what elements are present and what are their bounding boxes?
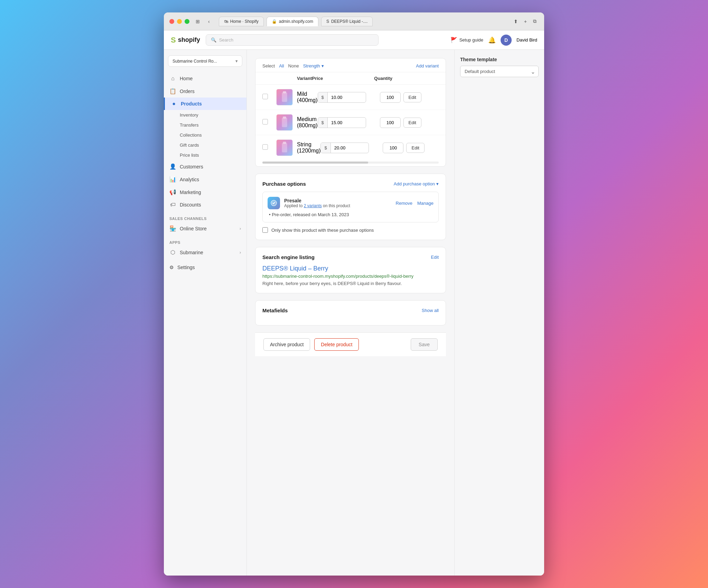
save-button[interactable]: Save [411,338,438,351]
row1-checkbox[interactable] [262,94,276,101]
tab-product[interactable]: S DEEPS® Liquid -.... [321,17,373,26]
none-button[interactable]: None [288,63,299,68]
row3-quantity: Edit [383,143,435,153]
row2-image [276,114,297,131]
sidebar-subitem-inventory-label: Inventory [180,112,198,118]
presale-card: Presale Applied to 2 variants on this pr… [262,192,439,222]
remove-presale-button[interactable]: Remove [396,201,412,206]
presale-variants-link[interactable]: 2 variants [304,203,322,208]
show-all-metafields-button[interactable]: Show all [422,308,439,313]
row3-checkbox[interactable] [262,144,276,151]
sidebar-item-products[interactable]: ● Products [164,98,246,110]
tab-admin[interactable]: 🔒 admin.shopify.com [267,17,318,26]
main-content: Select All None Strength ▾ Add variant V… [247,50,454,576]
purchase-options-title: Purchase options [262,181,306,187]
row1-qty-input[interactable] [380,92,401,103]
add-variant-button[interactable]: Add variant [416,63,439,68]
variant-thumbnail [276,139,293,156]
row3-name: String (1200mg) [297,141,320,154]
sidebar-toggle-button[interactable]: ⊞ [194,17,202,26]
nav-actions: 🚩 Setup guide 🔔 D David Bird [450,35,537,46]
row2-checkbox[interactable] [262,119,276,126]
tab-home[interactable]: 🛍 Home · Shopify [219,17,264,26]
titlebar-actions: ⬆ + ⧉ [512,17,539,26]
manage-presale-button[interactable]: Manage [417,201,434,206]
setup-guide[interactable]: 🚩 Setup guide [450,37,483,43]
sidebar-subitem-inventory[interactable]: Inventory [164,110,246,120]
sidebar: Submarine Control Ro... ▾ ⌂ Home 📋 Order… [164,50,247,576]
bottom-bar: Archive product Delete product Save [255,332,446,356]
seo-card: Search engine listing Edit DEEPS® Liquid… [255,247,446,293]
close-button[interactable] [169,19,174,24]
only-show-checkbox[interactable] [262,227,268,233]
seo-title-label: Search engine listing [262,254,315,260]
tabs-overview-button[interactable]: ⧉ [531,17,539,26]
avatar-initials: D [504,37,508,43]
row3-price-input[interactable] [331,143,362,153]
sidebar-item-submarine-label: Submarine [180,250,203,255]
sidebar-item-discounts[interactable]: 🏷 Discounts [164,199,246,211]
add-purchase-option-button[interactable]: Add purchase option ▾ [394,181,439,186]
row2-price: $ [318,117,380,128]
svg-rect-1 [282,93,287,102]
template-select[interactable]: Default product Custom product [460,66,539,77]
new-tab-button[interactable]: + [522,17,529,26]
tab-admin-icon: 🔒 [272,19,277,24]
svg-rect-5 [283,117,286,119]
sidebar-subitem-price-lists[interactable]: Price lists [164,150,246,160]
seo-edit-button[interactable]: Edit [431,255,439,260]
search-icon: 🔍 [211,37,216,43]
marketing-icon: 📢 [169,189,176,195]
row3-edit-button[interactable]: Edit [406,143,424,153]
user-name: David Bird [516,37,537,43]
seo-content: Search engine listing Edit DEEPS® Liquid… [255,247,446,293]
store-selector[interactable]: Submarine Control Ro... ▾ [168,55,242,67]
browser-window: ⊞ ‹ 🛍 Home · Shopify 🔒 admin.shopify.com… [164,12,544,576]
all-button[interactable]: All [279,63,284,68]
dropdown-arrow-icon: ▾ [436,181,439,186]
row2-price-input[interactable] [328,118,359,128]
row1-price-input[interactable] [328,92,359,102]
store-icon: 🏪 [169,225,176,232]
minimize-button[interactable] [177,19,182,24]
strength-filter-button[interactable]: Strength ▾ [303,63,324,68]
archive-product-button[interactable]: Archive product [263,338,310,351]
analytics-icon: 📊 [169,176,176,183]
row1-image [276,89,297,105]
setup-guide-label: Setup guide [459,37,483,43]
row1-edit-button[interactable]: Edit [403,92,421,102]
notifications-button[interactable]: 🔔 [488,36,496,44]
sidebar-item-orders[interactable]: 📋 Orders [164,85,246,98]
avatar: D [501,35,512,46]
sidebar-item-online-store[interactable]: 🏪 Online Store › [164,222,246,235]
sidebar-item-customers[interactable]: 👤 Customers [164,160,246,173]
row2-qty-input[interactable] [380,117,401,128]
search-bar[interactable]: 🔍 Search [206,34,379,46]
purchase-options-card: Purchase options Add purchase option ▾ [255,174,446,240]
seo-page-title: DEEPS® Liquid – Berry [262,265,439,272]
row3-qty-input[interactable] [383,143,403,153]
sidebar-subitem-gift-cards[interactable]: Gift cards [164,140,246,150]
submarine-expand-icon: › [240,250,241,255]
sidebar-item-settings[interactable]: ⚙ Settings [164,261,246,273]
back-button[interactable]: ‹ [206,17,212,26]
sidebar-item-home[interactable]: ⌂ Home [164,72,246,85]
row2-edit-button[interactable]: Edit [403,118,421,128]
shopify-logo-text: shopify [178,36,200,44]
tab-product-label: DEEPS® Liquid -.... [331,19,368,24]
share-button[interactable]: ⬆ [512,17,520,26]
scrollbar-track[interactable] [262,162,439,164]
sidebar-item-analytics[interactable]: 📊 Analytics [164,173,246,186]
sidebar-subitem-transfers[interactable]: Transfers [164,120,246,130]
presale-info: Presale Applied to 2 variants on this pr… [284,198,392,208]
sidebar-item-submarine[interactable]: ⬡ Submarine › [164,246,246,259]
sidebar-subitem-gift-cards-label: Gift cards [180,143,199,148]
delete-product-button[interactable]: Delete product [314,338,359,351]
presale-name: Presale [284,198,392,203]
variant-thumbnail [276,89,293,105]
maximize-button[interactable] [185,19,189,24]
sidebar-subitem-collections[interactable]: Collections [164,130,246,140]
sales-channels-label: Sales channels [164,214,246,222]
presale-sub: Applied to 2 variants on this product [284,203,392,208]
sidebar-item-marketing[interactable]: 📢 Marketing [164,186,246,199]
